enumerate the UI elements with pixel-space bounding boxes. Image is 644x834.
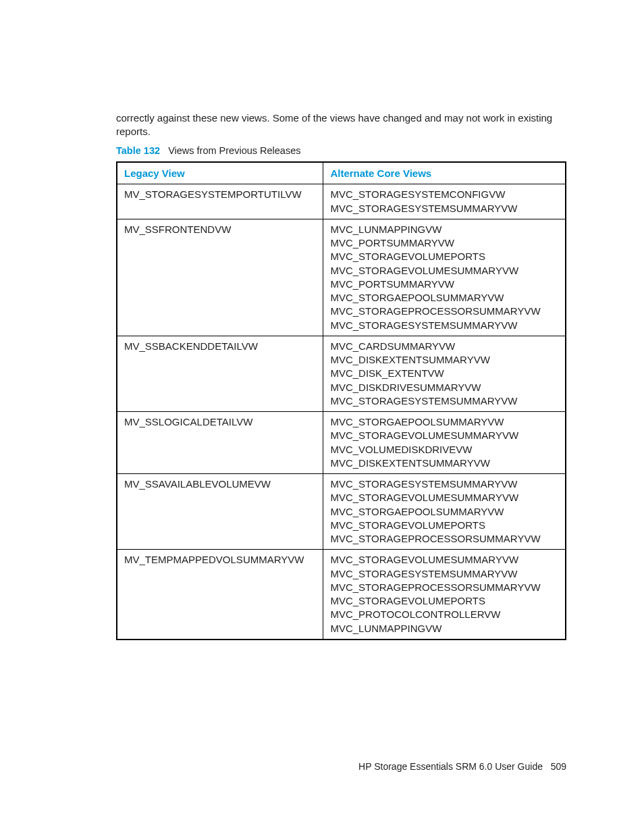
alternate-view-item: MVC_STORAGEVOLUMEPORTS — [330, 250, 558, 263]
column-header-alternate: Alternate Core Views — [323, 162, 566, 184]
legacy-view-cell: MV_SSAVAILABLEVOLUMEVW — [117, 474, 323, 550]
legacy-view-cell: MV_SSLOGICALDETAILVW — [117, 412, 323, 474]
alternate-view-item: MVC_STORAGEVOLUMESUMMARYVW — [330, 429, 558, 442]
alternate-view-item: MVC_STORAGESYSTEMCONFIGVW — [330, 188, 558, 201]
alternate-views-cell: MVC_STORAGESYSTEMCONFIGVWMVC_STORAGESYST… — [323, 184, 566, 219]
intro-paragraph: correctly against these new views. Some … — [116, 111, 566, 139]
table-number: Table 132 — [116, 145, 160, 156]
alternate-views-cell: MVC_STORGAEPOOLSUMMARYVWMVC_STORAGEVOLUM… — [323, 412, 566, 474]
alternate-view-item: MVC_STORAGESYSTEMSUMMARYVW — [330, 394, 558, 408]
table-caption: Table 132 Views from Previous Releases — [116, 145, 566, 158]
alternate-view-item: MVC_STORAGEVOLUMEPORTS — [330, 519, 558, 532]
table-row: MV_SSLOGICALDETAILVWMVC_STORGAEPOOLSUMMA… — [117, 412, 566, 474]
alternate-view-item: MVC_STORGAEPOOLSUMMARYVW — [330, 505, 558, 519]
alternate-view-item: MVC_VOLUMEDISKDRIVEVW — [330, 443, 558, 457]
alternate-view-item: MVC_PORTSUMMARYVW — [330, 278, 558, 291]
column-header-legacy: Legacy View — [117, 162, 323, 184]
alternate-view-item: MVC_STORAGEPROCESSORSUMMARYVW — [330, 532, 558, 546]
alternate-views-cell: MVC_STORAGESYSTEMSUMMARYVWMVC_STORAGEVOL… — [323, 474, 566, 550]
table-row: MV_TEMPMAPPEDVOLSUMMARYVWMVC_STORAGEVOLU… — [117, 550, 566, 640]
legacy-view-cell: MV_STORAGESYSTEMPORTUTILVW — [117, 184, 323, 219]
alternate-view-item: MVC_DISKDRIVESUMMARYVW — [330, 381, 558, 394]
alternate-views-cell: MVC_LUNMAPPINGVWMVC_PORTSUMMARYVWMVC_STO… — [323, 219, 566, 336]
alternate-view-item: MVC_PORTSUMMARYVW — [330, 236, 558, 250]
table-row: MV_SSBACKENDDETAILVWMVC_CARDSUMMARYVWMVC… — [117, 336, 566, 411]
legacy-view-cell: MV_SSFRONTENDVW — [117, 219, 323, 336]
alternate-view-item: MVC_DISK_EXTENTVW — [330, 367, 558, 380]
alternate-view-item: MVC_STORAGESYSTEMSUMMARYVW — [330, 567, 558, 581]
alternate-views-cell: MVC_CARDSUMMARYVWMVC_DISKEXTENTSUMMARYVW… — [323, 336, 566, 411]
table-row: MV_STORAGESYSTEMPORTUTILVWMVC_STORAGESYS… — [117, 184, 566, 219]
alternate-view-item: MVC_STORAGEVOLUMESUMMARYVW — [330, 264, 558, 278]
alternate-view-item: MVC_LUNMAPPINGVW — [330, 223, 558, 236]
alternate-view-item: MVC_STORAGESYSTEMSUMMARYVW — [330, 202, 558, 215]
alternate-view-item: MVC_DISKEXTENTSUMMARYVW — [330, 457, 558, 470]
alternate-view-item: MVC_CARDSUMMARYVW — [330, 340, 558, 353]
legacy-view-cell: MV_TEMPMAPPEDVOLSUMMARYVW — [117, 550, 323, 640]
table-row: MV_SSFRONTENDVWMVC_LUNMAPPINGVWMVC_PORTS… — [117, 219, 566, 336]
alternate-view-item: MVC_STORAGEVOLUMESUMMARYVW — [330, 491, 558, 504]
alternate-view-item: MVC_PROTOCOLCONTROLLERVW — [330, 608, 558, 621]
alternate-views-cell: MVC_STORAGEVOLUMESUMMARYVWMVC_STORAGESYS… — [323, 550, 566, 640]
views-table: Legacy View Alternate Core Views MV_STOR… — [116, 161, 566, 640]
alternate-view-item: MVC_STORAGEVOLUMEPORTS — [330, 594, 558, 608]
table-caption-text: Views from Previous Releases — [168, 145, 300, 156]
alternate-view-item: MVC_STORAGESYSTEMSUMMARYVW — [330, 477, 558, 491]
alternate-view-item: MVC_LUNMAPPINGVW — [330, 622, 558, 635]
alternate-view-item: MVC_STORAGESYSTEMSUMMARYVW — [330, 319, 558, 332]
alternate-view-item: MVC_STORGAEPOOLSUMMARYVW — [330, 291, 558, 305]
alternate-view-item: MVC_STORAGEVOLUMESUMMARYVW — [330, 553, 558, 567]
legacy-view-cell: MV_SSBACKENDDETAILVW — [117, 336, 323, 411]
alternate-view-item: MVC_STORAGEPROCESSORSUMMARYVW — [330, 581, 558, 594]
alternate-view-item: MVC_STORGAEPOOLSUMMARYVW — [330, 415, 558, 429]
alternate-view-item: MVC_STORAGEPROCESSORSUMMARYVW — [330, 305, 558, 318]
alternate-view-item: MVC_DISKEXTENTSUMMARYVW — [330, 353, 558, 367]
table-row: MV_SSAVAILABLEVOLUMEVWMVC_STORAGESYSTEMS… — [117, 474, 566, 550]
